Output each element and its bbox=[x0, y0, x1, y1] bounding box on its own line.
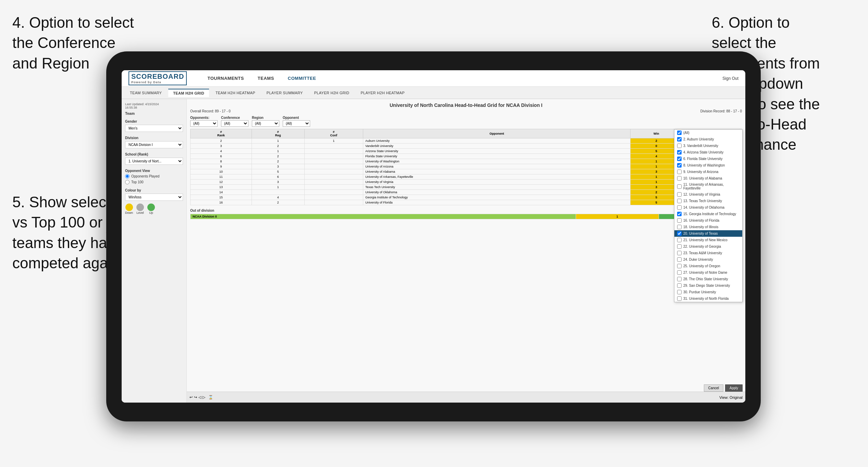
tab-player-h2h-grid[interactable]: PLAYER H2H GRID bbox=[309, 89, 354, 97]
cell-opponent: University of Arkansas, Fayetteville bbox=[363, 174, 631, 180]
dropdown-checkbox[interactable] bbox=[677, 257, 682, 262]
dropdown-checkbox[interactable] bbox=[677, 131, 682, 135]
dropdown-checkbox[interactable] bbox=[677, 176, 682, 181]
dropdown-item[interactable]: 8. University of Washington bbox=[674, 162, 742, 169]
tab-player-summary[interactable]: PLAYER SUMMARY bbox=[262, 89, 308, 97]
opponent-dropdown[interactable]: (All) 2. Auburn University 3. Vanderbilt… bbox=[674, 129, 743, 302]
dropdown-item[interactable]: 21. University of New Mexico bbox=[674, 237, 742, 243]
view-label: View: Original bbox=[719, 395, 743, 400]
school-label: School (Rank) bbox=[125, 152, 183, 156]
dropdown-item[interactable]: 10. University of Alabama bbox=[674, 175, 742, 182]
opponent-select[interactable]: (All) bbox=[283, 120, 310, 127]
table-row: 15 4 Georgia Institute of Technology 5 0 bbox=[191, 195, 742, 200]
dropdown-checkbox[interactable] bbox=[677, 212, 682, 216]
region-filter: Region (All) bbox=[252, 116, 279, 127]
dropdown-checkbox[interactable] bbox=[677, 192, 682, 197]
dropdown-item[interactable]: 3. Vanderbilt University bbox=[674, 143, 742, 149]
dropdown-checkbox[interactable] bbox=[677, 157, 682, 161]
radio-opponents-played-input[interactable] bbox=[125, 174, 130, 179]
toolbar-back[interactable]: ◁ bbox=[198, 395, 201, 400]
colour-select[interactable]: Win/loss bbox=[125, 194, 183, 201]
cell-rank: 10 bbox=[191, 169, 252, 174]
toolbar-redo[interactable]: ↪ bbox=[194, 395, 197, 400]
left-panel: Last Updated: 4/15/2024 16:55:38 Team Ge… bbox=[122, 99, 187, 403]
tab-team-h2h-grid[interactable]: TEAM H2H GRID bbox=[168, 89, 209, 97]
dropdown-checkbox[interactable] bbox=[677, 218, 682, 223]
dropdown-item[interactable]: 18. University of Illinois bbox=[674, 224, 742, 230]
dropdown-item[interactable]: 4. Arizona State University bbox=[674, 149, 742, 156]
dropdown-item[interactable]: 9. University of Arizona bbox=[674, 169, 742, 175]
nav-committee[interactable]: COMMITTEE bbox=[288, 76, 316, 81]
toolbar-undo[interactable]: ↩ bbox=[190, 395, 193, 400]
dropdown-item[interactable]: 29. San Diego State University bbox=[674, 282, 742, 289]
dropdown-item[interactable]: 12. University of Virginia bbox=[674, 191, 742, 198]
cancel-button[interactable]: Cancel bbox=[704, 384, 723, 392]
dropdown-checkbox[interactable] bbox=[677, 144, 682, 148]
dropdown-item[interactable]: 28. The Ohio State University bbox=[674, 276, 742, 282]
region-select[interactable]: (All) bbox=[252, 120, 279, 127]
dropdown-item[interactable]: 20. University of Texas bbox=[674, 230, 742, 237]
nav-teams[interactable]: TEAMS bbox=[258, 76, 274, 81]
dropdown-checkbox[interactable] bbox=[677, 137, 682, 142]
nav-tournaments[interactable]: TOURNAMENTS bbox=[207, 76, 244, 81]
dropdown-checkbox[interactable] bbox=[677, 277, 682, 281]
opponents-filter: Opponents: (All) bbox=[190, 116, 218, 127]
grid-title: University of North Carolina Head-to-Hea… bbox=[190, 102, 742, 108]
conference-select[interactable]: (All) bbox=[221, 120, 248, 127]
division-select[interactable]: NCAA Division I bbox=[125, 141, 183, 148]
dropdown-item[interactable]: 2. Auburn University bbox=[674, 136, 742, 143]
dropdown-item[interactable]: 6. Florida State University bbox=[674, 156, 742, 162]
logo-text: SCOREBOARD bbox=[131, 73, 184, 80]
dropdown-item[interactable]: 14. University of Oklahoma bbox=[674, 204, 742, 211]
dropdown-item[interactable]: 27. University of Notre Dame bbox=[674, 269, 742, 276]
dropdown-checkbox[interactable] bbox=[677, 205, 682, 210]
radio-opponents-played[interactable]: Opponents Played bbox=[125, 174, 183, 179]
dropdown-checkbox[interactable] bbox=[677, 296, 682, 301]
dropdown-checkbox[interactable] bbox=[677, 231, 682, 236]
radio-top-100-input[interactable] bbox=[125, 180, 130, 184]
dropdown-checkbox[interactable] bbox=[677, 225, 682, 229]
cell-reg: 6 bbox=[252, 174, 305, 180]
opponents-select[interactable]: (All) bbox=[190, 120, 218, 127]
dropdown-item[interactable]: 25. University of Oregon bbox=[674, 263, 742, 269]
apply-button[interactable]: Apply bbox=[725, 384, 743, 392]
tab-player-h2h-heatmap[interactable]: PLAYER H2H HEATMAP bbox=[356, 89, 409, 97]
dropdown-checkbox[interactable] bbox=[677, 170, 682, 174]
dropdown-item[interactable]: 23. Texas A&M University bbox=[674, 250, 742, 256]
dropdown-item[interactable]: 30. Purdue University bbox=[674, 289, 742, 295]
action-buttons: Cancel Apply bbox=[704, 384, 743, 392]
dropdown-item[interactable]: 11. University of Arkansas, Fayetteville bbox=[674, 182, 742, 191]
gender-select[interactable]: Men's bbox=[125, 125, 183, 132]
dropdown-checkbox[interactable] bbox=[677, 184, 682, 189]
radio-top-100[interactable]: Top 100 bbox=[125, 180, 183, 184]
dropdown-item[interactable]: 22. University of Georgia bbox=[674, 243, 742, 250]
dropdown-checkbox[interactable] bbox=[677, 290, 682, 294]
toolbar-forward[interactable]: ▷ bbox=[203, 395, 205, 400]
school-select[interactable]: 1. University of Nort... bbox=[125, 158, 183, 165]
dropdown-checkbox[interactable] bbox=[677, 270, 682, 275]
toolbar-refresh[interactable]: ⌛ bbox=[208, 395, 213, 400]
dropdown-checkbox[interactable] bbox=[677, 244, 682, 249]
dropdown-checkbox[interactable] bbox=[677, 264, 682, 268]
dropdown-checkbox[interactable] bbox=[677, 251, 682, 255]
dropdown-checkbox[interactable] bbox=[677, 199, 682, 203]
sign-out[interactable]: Sign Out bbox=[722, 76, 738, 81]
table-row: 8 2 University of Washington 1 0 bbox=[191, 159, 742, 164]
col-reg: #Reg bbox=[252, 129, 305, 138]
dropdown-item[interactable]: 13. Texas Tech University bbox=[674, 198, 742, 204]
dropdown-item[interactable]: (All) bbox=[674, 130, 742, 136]
dropdown-item[interactable]: 16. University of Florida bbox=[674, 217, 742, 224]
dropdown-item[interactable]: 15. Georgia Institute of Technology bbox=[674, 211, 742, 217]
dropdown-checkbox[interactable] bbox=[677, 238, 682, 242]
dropdown-checkbox[interactable] bbox=[677, 150, 682, 155]
cell-opponent: University of Alabama bbox=[363, 169, 631, 174]
cell-rank: 15 bbox=[191, 195, 252, 200]
dropdown-item[interactable]: 31. University of North Florida bbox=[674, 295, 742, 302]
dropdown-item[interactable]: 24. Duke University bbox=[674, 256, 742, 263]
logo-sub: Powered by Data bbox=[131, 81, 184, 84]
tab-team-summary[interactable]: TEAM SUMMARY bbox=[125, 89, 167, 97]
sub-navbar: TEAM SUMMARY TEAM H2H GRID TEAM H2H HEAT… bbox=[122, 87, 745, 99]
dropdown-checkbox[interactable] bbox=[677, 163, 682, 168]
tab-team-h2h-heatmap[interactable]: TEAM H2H HEATMAP bbox=[211, 89, 260, 97]
dropdown-checkbox[interactable] bbox=[677, 283, 682, 288]
